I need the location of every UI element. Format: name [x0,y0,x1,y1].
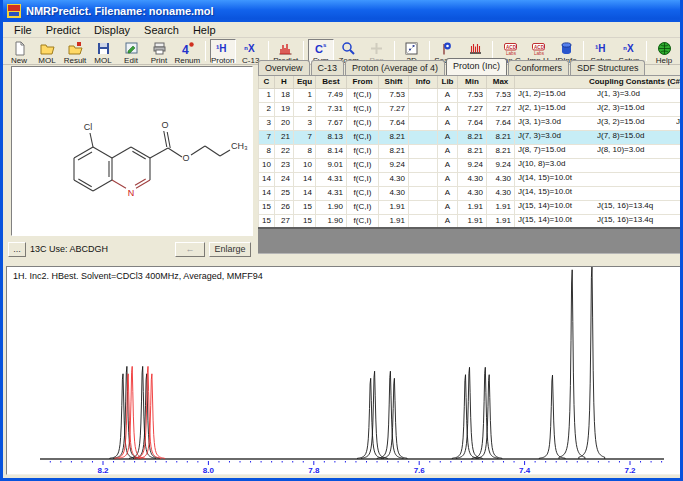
edit-structure-icon [124,41,139,56]
bottom-gray-bar [258,227,680,254]
toolbar-button-new-0[interactable]: New [6,39,32,63]
cell: 15 [294,200,316,214]
cell: 7.64 [487,116,515,130]
tab-conformers[interactable]: Conformers [508,60,569,75]
cell: A [438,88,458,102]
cell: 8.21 [487,130,515,144]
column-header-min[interactable]: Min [458,76,487,88]
cell: J(15, 14)=10.0tJ(15, 16)=13.4q [515,200,681,214]
cell: 1.91 [379,214,409,227]
column-header-best[interactable]: Best [316,76,347,88]
column-header-lib[interactable]: Lib [438,76,458,88]
toolbar-button-renum-6[interactable]: 4Renum [174,39,201,63]
cell: J(8, 7)=15.0dJ(8, 10)=3.0d [515,144,681,158]
cell [409,130,438,144]
column-header-c[interactable]: C [259,76,275,88]
cell [409,172,438,186]
x-axis-tick-label: 8.0 [203,466,215,474]
help-globe-icon [657,41,672,56]
spectrum-pane[interactable]: 1H. Inc2. HBest. Solvent=CDCl3 400MHz, A… [6,266,683,475]
spectrum-title: 1H. Inc2. HBest. Solvent=CDCl3 400MHz, A… [13,271,263,281]
app-icon [7,4,21,18]
search-icon [439,41,454,56]
coupling-constant: J(10, 8)=3.0d [518,159,597,169]
cell: 3 [259,116,275,130]
import-proton-icon: ACDLabs [531,41,546,56]
tab-overview[interactable]: Overview [258,60,310,75]
menu-item-search[interactable]: Search [137,23,186,37]
svg-text:4: 4 [182,43,189,56]
svg-text:¹H: ¹H [216,43,227,54]
cell: 4.31 [316,172,347,186]
coupling-constant: J(3, 7)=3.0d [676,117,680,127]
toolbar-button-mol-3[interactable]: MOL [90,39,116,63]
toolbar-button-mol-1[interactable]: MOL [34,39,60,63]
assignment-table: CHEquBestFromShiftInfoLibMinMaxCoupling … [258,76,680,227]
tab-proton-inc-[interactable]: Proton (Inc) [446,58,507,75]
column-header-h[interactable]: H [275,76,294,88]
nmr-spectrum-plot[interactable]: 8.28.07.87.67.47.2 [7,267,682,474]
table-row-5[interactable]: 1023109.01f(C,I)9.24A9.249.24J(10, 8)=3.… [259,158,681,172]
cell: 25 [275,186,294,200]
2d-spectrum-icon [404,41,419,56]
toolbar-button-edit-4[interactable]: Edit [118,39,144,63]
column-header-shift[interactable]: Shift [379,76,409,88]
open-mol-icon [40,41,55,56]
pan-icon [369,41,384,56]
menu-item-help[interactable]: Help [186,23,223,37]
table-row-9[interactable]: 1527151.90f(C,I)1.91A1.911.91J(15, 14)=1… [259,214,681,227]
cell [409,186,438,200]
setup-proton-icon: ¹H [594,41,609,56]
column-header-max[interactable]: Max [487,76,515,88]
table-row-1[interactable]: 21927.31f(C,I)7.27A7.277.27J(2, 1)=15.0d… [259,102,681,116]
molecule-canvas[interactable]: ClOOCH₃N [11,66,253,236]
cell: 4.30 [487,186,515,200]
cell: A [438,158,458,172]
column-header-info[interactable]: Info [409,76,438,88]
cell: 7 [259,130,275,144]
cell: 15 [259,200,275,214]
tab-proton-average-of-4-[interactable]: Proton (Average of 4) [345,60,445,75]
more-options-button[interactable]: ... [8,242,26,257]
back-arrow-button[interactable]: ← [175,242,205,257]
predict-chart-icon [278,41,293,56]
toolbar-button-result-2[interactable]: Result [62,39,88,63]
toolbar-button-print-5[interactable]: Print [146,39,172,63]
cell: 7 [294,130,316,144]
table-row-6[interactable]: 1424144.31f(C,I)4.30A4.304.30J(14, 15)=1… [259,172,681,186]
table-row-0[interactable]: 11817.49f(C,I)7.53A7.537.53J(1, 2)=15.0d… [259,88,681,102]
cell: 8.21 [379,144,409,158]
coupling-constant: J(1, 2)=15.0d [518,89,597,99]
atom-label-o: O [182,153,189,163]
table-row-3[interactable]: 72178.13f(C,I)8.21A8.218.21J(7, 3)=3.0dJ… [259,130,681,144]
table-row-4[interactable]: 82288.14f(C,I)8.21A8.218.21J(8, 7)=15.0d… [259,144,681,158]
coupling-constant: J(15, 14)=10.0t [518,215,597,225]
menu-bar: FilePredictDisplaySearchHelp [3,22,680,38]
column-header-equ[interactable]: Equ [294,76,316,88]
cell: J(14, 15)=10.0t [515,186,681,200]
enlarge-button[interactable]: Enlarge [209,242,251,257]
table-row-2[interactable]: 32037.67f(C,I)7.64A7.647.64J(3, 1)=3.0dJ… [259,116,681,130]
cell: 1.91 [487,200,515,214]
cell: 8.13 [316,130,347,144]
menu-item-display[interactable]: Display [87,23,137,37]
tab-sdf-structures[interactable]: SDF Structures [570,60,646,75]
cell: 8 [259,144,275,158]
menu-item-file[interactable]: File [7,23,39,37]
assignment-table-container[interactable]: CHEquBestFromShiftInfoLibMinMaxCoupling … [258,75,680,227]
table-row-8[interactable]: 1526151.90f(C,I)1.91A1.911.91J(15, 14)=1… [259,200,681,214]
coupling-constant: J(15, 16)=13.4q [597,201,676,211]
cell: f(C,I) [347,158,379,172]
cell: 1.90 [316,200,347,214]
coupling-constant: J(15, 14)=10.0t [518,201,597,211]
svg-text:C: C [315,43,323,55]
table-row-7[interactable]: 1425144.31f(C,I)4.30A4.304.30J(14, 15)=1… [259,186,681,200]
svg-text:ACD: ACD [506,45,517,50]
open-result-icon [68,41,83,56]
tab-c-13[interactable]: C-13 [311,60,345,75]
menu-item-predict[interactable]: Predict [39,23,87,37]
column-header-coupling-constants-c-j-val[interactable]: Coupling Constants (C#,J val [515,76,681,88]
cell: 1 [259,88,275,102]
column-header-from[interactable]: From [347,76,379,88]
toolbar-button-proton-7[interactable]: ¹HProton [210,39,236,63]
